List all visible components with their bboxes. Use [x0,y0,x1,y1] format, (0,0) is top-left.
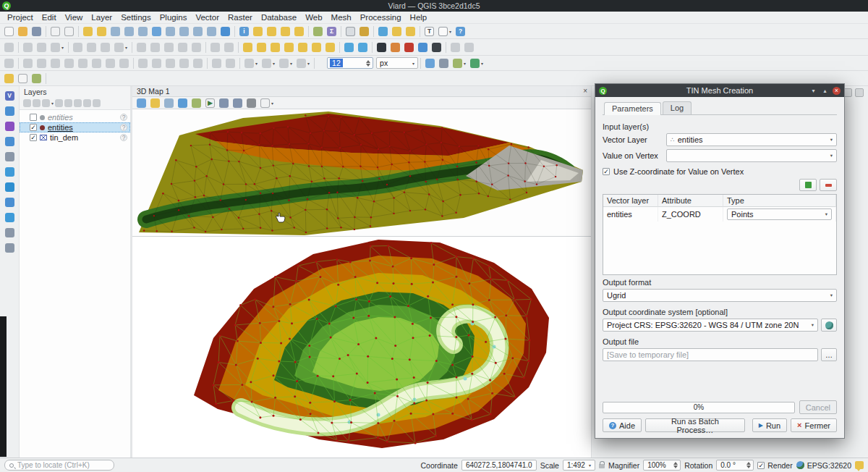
mesh-panel-icon[interactable] [4,226,16,239]
color-picker-icon[interactable]: ▾ [469,56,485,69]
save-3d-image-icon[interactable] [218,98,230,109]
topology-checker-icon[interactable] [30,72,43,85]
statistical-summary-icon[interactable]: Σ [326,25,338,38]
collapse-all-icon[interactable] [82,98,92,109]
filter-by-expression-icon[interactable] [64,98,73,109]
map3d-panel-header[interactable]: 3D Map 1 × [132,86,591,97]
render-checkbox[interactable]: ✓ Render [757,461,792,470]
export-3d-icon[interactable] [231,98,244,109]
pan-annotation-icon[interactable] [3,41,15,54]
layer-styling-panel-icon[interactable]: V [4,89,16,102]
add-record-icon[interactable] [72,41,84,54]
remove-layer-icon[interactable] [92,98,101,109]
add-row-button[interactable] [799,179,817,191]
db-manager-icon[interactable] [4,195,16,208]
select-by-form-icon[interactable] [293,25,305,38]
project-open-icon[interactable] [17,25,29,38]
processing-globe-icon[interactable] [375,41,388,54]
measure-line-icon[interactable] [312,25,324,38]
dialog-undock-icon[interactable]: ▴ [821,87,829,95]
stroke-width-input[interactable]: 12 [327,57,373,69]
layer-indicator-icon[interactable]: ? [120,134,127,141]
zoom-to-selection-icon[interactable] [164,25,176,38]
pan-to-selection-icon[interactable] [95,25,108,38]
fill-ring-icon[interactable] [164,56,176,69]
vertex-tool-icon[interactable]: ▾ [113,41,129,54]
spinner-arrows-icon[interactable] [671,462,678,468]
scale-combo[interactable]: 1:492 ▾ [563,460,595,471]
zoom-in-icon[interactable] [109,25,122,38]
menu-project[interactable]: Project [3,13,38,22]
modify-attributes-icon[interactable] [135,41,148,54]
osm-tools-icon[interactable] [4,211,16,224]
crs-status-button[interactable]: EPSG:32620 [796,461,851,470]
zoom-to-layer-icon[interactable] [178,25,190,38]
offset-curve-icon[interactable] [22,56,34,69]
new-3d-map-icon[interactable] [438,56,450,69]
spinner-arrows-icon[interactable] [744,462,751,468]
locator-input[interactable]: Type to locate (Ctrl+K) [4,460,114,471]
delete-part-icon[interactable] [192,56,204,69]
field-calculator-icon[interactable] [358,25,370,38]
save-edits-icon[interactable] [35,41,48,54]
batch-button[interactable]: Run as Batch Process… [645,418,745,432]
new-bookmark-icon[interactable] [391,25,403,38]
output-crs-combo[interactable]: Project CRS: EPSG:32620 - WGS 84 / UTM z… [603,319,818,332]
shape-circle-icon[interactable]: ▾ [243,56,259,69]
rotate-label-icon[interactable] [310,41,323,54]
type-combo[interactable]: Points▾ [727,208,832,220]
layer-item-entities[interactable]: ✓entities? [20,122,130,132]
georeferencer-icon[interactable] [403,41,415,54]
play-animation-icon[interactable]: ▶ [204,98,216,109]
split-features-icon[interactable] [49,56,61,69]
snapping-options-icon[interactable] [4,119,16,132]
expand-all-icon[interactable] [73,98,82,109]
text-annotation-icon[interactable]: T [423,25,435,38]
snapping-toggle-icon[interactable] [17,72,29,85]
shape-rectangle-icon[interactable]: ▾ [278,56,294,69]
zoom-last-icon[interactable] [192,25,204,38]
rotation-spinbox[interactable]: 0.0 ° [716,460,754,471]
menu-help[interactable]: Help [406,13,432,22]
tab-log[interactable]: Log [663,101,692,114]
layer-visibility-checkbox[interactable]: ✓ [30,124,37,131]
remove-row-button[interactable] [820,179,837,191]
shape-regular-polygon-icon[interactable]: ▾ [295,56,311,69]
more-tools-icon[interactable] [4,241,16,254]
new-print-layout-icon[interactable] [49,25,61,38]
menu-plugins[interactable]: Plugins [156,13,192,22]
delete-ring-icon[interactable] [178,56,190,69]
add-part-icon[interactable] [150,56,163,69]
toggle-editing-icon[interactable] [22,41,34,54]
close-dialog-button[interactable]: × Fermer [791,418,837,432]
add-group-icon[interactable] [32,98,41,109]
metasearch-tool-icon[interactable] [463,41,475,54]
vertex-tool-all-icon[interactable] [99,41,111,54]
help-button[interactable]: ? Aide [603,418,642,432]
manage-map-themes-icon[interactable]: ▾ [41,98,54,109]
value-on-vertex-combo[interactable]: ▾ [666,149,837,162]
attribute-table-icon[interactable] [344,25,357,38]
undo-icon[interactable] [209,41,221,54]
dialog-title-bar[interactable]: Q TIN Mesh Creation ▾▴× [595,84,844,97]
zoom-out-icon[interactable] [123,25,135,38]
redo-icon[interactable] [223,41,235,54]
project-save-icon[interactable] [30,25,43,38]
measure-angle-icon[interactable]: ▾ [451,56,467,69]
select-by-expression-icon[interactable] [265,25,278,38]
layout-manager-icon[interactable] [63,25,75,38]
simplify-feature-icon[interactable] [118,56,130,69]
menu-web[interactable]: Web [301,13,326,22]
help-contents-icon[interactable]: ? [454,25,467,38]
select-features-icon[interactable] [252,25,264,38]
layer-indicator-icon[interactable]: ? [120,114,127,121]
deselect-features-icon[interactable] [279,25,292,38]
temporal-controller-icon[interactable] [377,25,389,38]
use-z-checkbox[interactable]: ✓ Use Z-coordinate for Value on Vertex [603,167,837,176]
camera-home-icon[interactable] [135,98,148,109]
change-label-icon[interactable] [324,41,336,54]
dialog-close-icon[interactable]: × [833,87,841,95]
enable-tracing-icon[interactable] [3,56,15,69]
copy-features-icon[interactable] [176,41,189,54]
menu-database[interactable]: Database [257,13,301,22]
